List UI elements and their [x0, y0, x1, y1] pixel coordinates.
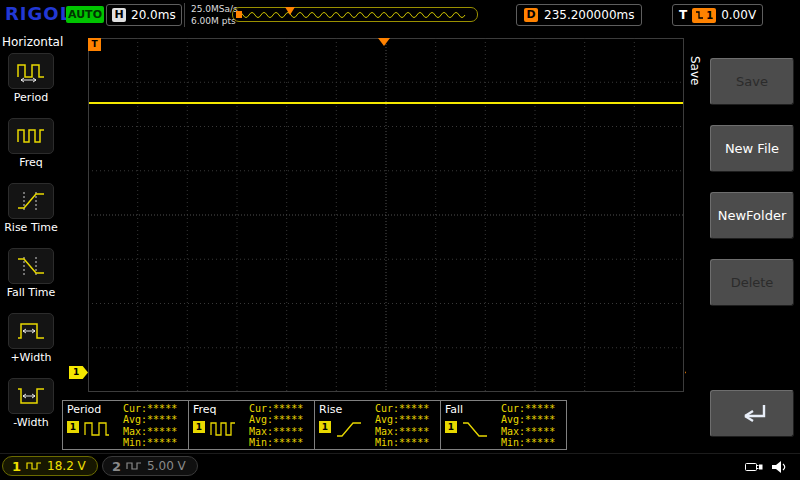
measure-item-fall-time[interactable]: Fall Time: [0, 248, 62, 299]
measure-item-freq[interactable]: Freq: [0, 118, 62, 169]
measurement-values: Cur:***** Avg:***** Max:***** Min:*****: [123, 403, 177, 449]
period-meas-icon: [83, 419, 111, 445]
measure-item-label: +Width: [10, 351, 51, 364]
timebase-value: 20.0ms: [131, 8, 176, 22]
measurement-channel-badge: 1: [319, 421, 331, 433]
measurement-max: Max:*****: [123, 426, 177, 437]
measurement-cur: Cur:*****: [249, 403, 303, 414]
measurement-name: Freq: [193, 403, 217, 416]
trigger-level-value: 0.00V: [721, 8, 756, 22]
measurement-min: Min:*****: [123, 437, 177, 448]
delay-readout: D 235.200000ms: [516, 4, 642, 26]
right-soft-menu: Save Save New File NewFolder Delete: [686, 30, 800, 454]
horizontal-timebase-readout: H 20.0ms: [106, 4, 182, 26]
freq-meas-icon: [209, 419, 237, 445]
back-button[interactable]: [710, 390, 794, 437]
measurement-min: Min:*****: [501, 437, 555, 448]
measurement-values: Cur:***** Avg:***** Max:***** Min:*****: [249, 403, 303, 449]
measure-item-label: Fall Time: [7, 286, 56, 299]
measure-item-plus-width[interactable]: +Width: [0, 313, 62, 364]
trigger-source-channel: 1: [706, 10, 713, 21]
trigger-source-badge: 1: [692, 8, 716, 23]
rigol-logo: RIGOL: [5, 3, 72, 24]
period-icon: [8, 53, 54, 89]
channel1-trace: [89, 102, 683, 104]
fall-time-icon: [8, 248, 54, 284]
measurement-cur: Cur:*****: [375, 403, 429, 414]
left-measure-menu: Horizontal Period Freq: [0, 30, 62, 454]
horizontal-label: H: [112, 8, 126, 22]
left-menu-title: Horizontal: [0, 30, 62, 53]
new-folder-button[interactable]: NewFolder: [710, 192, 794, 239]
measure-item-label: Freq: [19, 156, 43, 169]
waveform-position-bar: [232, 7, 478, 22]
measurement-channel-badge: 1: [67, 421, 79, 433]
trigger-position-triangle-icon[interactable]: [378, 38, 390, 46]
plus-width-icon: [8, 313, 54, 349]
falling-edge-icon: [695, 10, 704, 20]
run-state-badge: AUTO: [66, 6, 104, 23]
channel1-level-marker[interactable]: 1: [69, 366, 88, 379]
memory-waveform-preview: [235, 9, 475, 21]
new-file-button[interactable]: New File: [710, 125, 794, 172]
waveform-display: T: [88, 38, 684, 392]
minus-width-icon: [8, 378, 54, 414]
square-wave-icon: [26, 461, 42, 471]
graticule-grid: [88, 38, 684, 392]
channel1-status-tag[interactable]: 1 18.2 V: [2, 456, 98, 476]
measurement-avg: Avg:*****: [123, 414, 177, 425]
usb-icon: [744, 459, 764, 479]
measure-item-rise-time[interactable]: Rise Time: [0, 183, 62, 234]
top-status-bar: RIGOL AUTO H 20.0ms 25.0MSa/s 6.00M pts …: [0, 0, 800, 30]
channel2-scale: 5.00 V: [147, 459, 186, 473]
rise-meas-icon: [335, 419, 363, 445]
measurement-cur: Cur:*****: [123, 403, 177, 414]
measure-item-minus-width[interactable]: -Width: [0, 378, 62, 429]
measure-item-label: Period: [14, 91, 48, 104]
menu-title-save: Save: [688, 56, 702, 85]
bottom-status-bar: 1 18.2 V 2 5.00 V: [0, 453, 800, 480]
delay-label: D: [524, 8, 538, 22]
trigger-label: T: [679, 8, 687, 22]
measurement-name: Fall: [445, 403, 463, 416]
measurement-cur: Cur:*****: [501, 403, 555, 414]
measurement-max: Max:*****: [501, 426, 555, 437]
measurement-results-row: Period 1 Cur:***** Avg:***** Max:***** M…: [62, 400, 566, 450]
measurement-name: Period: [67, 403, 101, 416]
delay-value: 235.200000ms: [544, 8, 634, 22]
square-wave-icon: [126, 461, 142, 471]
measurement-avg: Avg:*****: [375, 414, 429, 425]
measurement-max: Max:*****: [249, 426, 303, 437]
measurement-channel-badge: 1: [445, 421, 457, 433]
measurement-panel-period: Period 1 Cur:***** Avg:***** Max:***** M…: [62, 400, 189, 450]
measurement-values: Cur:***** Avg:***** Max:***** Min:*****: [375, 403, 429, 449]
measurement-name: Rise: [319, 403, 342, 416]
memory-depth: 6.00M pts: [191, 15, 238, 27]
measurement-channel-badge: 1: [193, 421, 205, 433]
measurement-avg: Avg:*****: [249, 414, 303, 425]
speaker-icon[interactable]: [770, 459, 788, 479]
measure-item-label: Rise Time: [4, 221, 58, 234]
delete-button[interactable]: Delete: [710, 259, 794, 306]
freq-icon: [8, 118, 54, 154]
measurement-avg: Avg:*****: [501, 414, 555, 425]
oscilloscope-screen: RIGOL AUTO H 20.0ms 25.0MSa/s 6.00M pts …: [0, 0, 800, 480]
trigger-offscreen-marker[interactable]: T: [88, 38, 101, 51]
trigger-position-marker-bar[interactable]: [285, 7, 295, 15]
channel2-status-tag[interactable]: 2 5.00 V: [102, 456, 198, 476]
sample-rate: 25.0MSa/s: [191, 3, 238, 15]
channel2-number: 2: [112, 459, 121, 474]
measurement-panel-rise: Rise 1 Cur:***** Avg:***** Max:***** Min…: [314, 400, 441, 450]
return-arrow-icon: [732, 401, 772, 427]
measure-item-period[interactable]: Period: [0, 53, 62, 104]
save-button[interactable]: Save: [710, 58, 794, 105]
measurement-max: Max:*****: [375, 426, 429, 437]
measurement-values: Cur:***** Avg:***** Max:***** Min:*****: [501, 403, 555, 449]
fall-meas-icon: [461, 419, 489, 445]
measurement-panel-fall: Fall 1 Cur:***** Avg:***** Max:***** Min…: [440, 400, 567, 450]
trigger-readout: T 1 0.00V: [672, 4, 763, 26]
window-start-marker: [236, 11, 242, 18]
measurement-min: Min:*****: [375, 437, 429, 448]
measure-item-label: -Width: [13, 416, 48, 429]
measurement-panel-freq: Freq 1 Cur:***** Avg:***** Max:***** Min…: [188, 400, 315, 450]
